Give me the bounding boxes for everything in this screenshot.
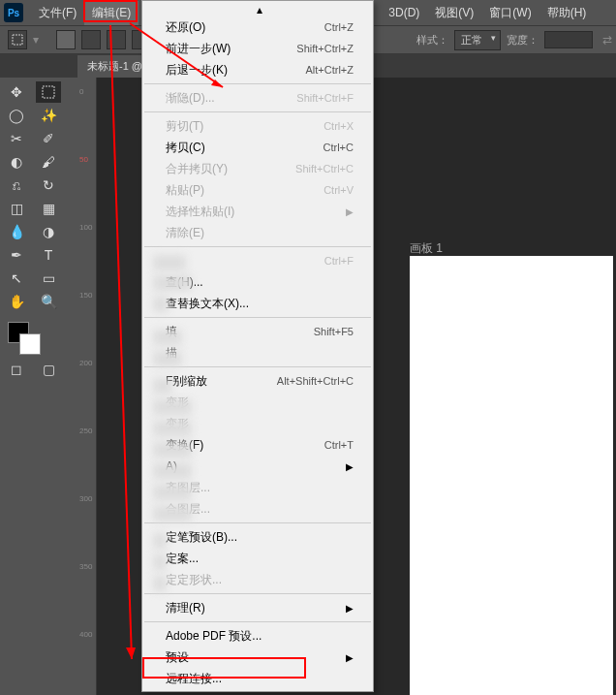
move-tool[interactable]: ✥ (4, 81, 29, 103)
menu-item-label: 后退一步(K) (166, 62, 228, 79)
menu-scroll-up-icon[interactable]: ▴ (142, 3, 373, 16)
menu-item-34[interactable]: Adobe PDF 预设... (142, 625, 373, 647)
screenmode-tool[interactable]: ▢ (36, 359, 61, 380)
menu-item-label: 粘贴(P) (166, 182, 204, 199)
menu-item-32[interactable]: 清理(R)▶ (142, 597, 373, 618)
menu-item-30: 定定形状... (142, 569, 373, 590)
brush-tool[interactable]: 🖌 (36, 151, 61, 173)
dodge-tool[interactable]: ◑ (36, 221, 61, 242)
menu-item-label: 清除(E) (166, 225, 204, 241)
width-input[interactable] (544, 31, 593, 48)
path-tool[interactable]: ↖ (4, 268, 29, 289)
quickmask-tool[interactable]: ◻ (4, 359, 29, 380)
submenu-arrow-icon: ▶ (346, 206, 354, 217)
menu-shortcut: Shift+F5 (314, 326, 354, 337)
style-dropdown[interactable]: 正常 ▾ (454, 30, 501, 50)
menu-item-28[interactable]: 定笔预设(B)... (142, 526, 373, 548)
submenu-arrow-icon: ▶ (346, 652, 354, 663)
menu-item-11: 清除(E) (142, 222, 373, 243)
width-label: 宽度： (507, 33, 539, 47)
submenu-arrow-icon: ▶ (346, 461, 354, 472)
menu-item-label: Adobe PDF 预设... (166, 628, 262, 645)
menu-separator (144, 366, 371, 367)
menu-shortcut: Alt+Shift+Ctrl+C (277, 375, 354, 387)
menu-item-label: 查替换文本(X)... (166, 296, 249, 312)
menu-item-label: 前进一步(W) (166, 41, 231, 57)
crop-tool[interactable]: ✂ (4, 128, 29, 149)
blur-tool[interactable]: 💧 (4, 221, 29, 242)
menu-separator (144, 621, 371, 622)
menu-shortcut: Shift+Ctrl+F (296, 92, 354, 104)
style-label: 样式： (416, 33, 448, 47)
menu-separator (144, 317, 371, 318)
menu-item-29[interactable]: 定案... (142, 548, 373, 569)
healing-tool[interactable]: ◐ (4, 151, 29, 173)
menu-item-20[interactable]: F别缩放Alt+Shift+Ctrl+C (142, 370, 373, 392)
menu-item-35[interactable]: 预设▶ (142, 647, 373, 668)
menu-item-15[interactable]: 查替换文本(X)... (142, 293, 373, 314)
pen-tool[interactable]: ✒ (4, 244, 29, 266)
zoom-tool[interactable]: 🔍 (36, 291, 61, 312)
hand-tool[interactable]: ✋ (4, 291, 29, 312)
background-color[interactable] (19, 333, 41, 355)
submenu-arrow-icon: ▶ (346, 603, 354, 614)
menu-window[interactable]: 窗口(W) (481, 1, 539, 25)
artboard-label: 画板 1 (410, 240, 443, 257)
menu-separator (144, 83, 371, 84)
artboard[interactable] (410, 256, 613, 695)
menu-item-6: 剪切(T)Ctrl+X (142, 115, 373, 137)
menu-shortcut: Alt+Ctrl+Z (305, 64, 354, 76)
menu-item-label: 定笔预设(B)... (166, 529, 237, 546)
menu-item-label: 渐隐(D)... (166, 90, 215, 107)
menu-item-label: 选择性粘贴(I) (166, 204, 234, 220)
shape-tool[interactable]: ▭ (36, 268, 61, 289)
eyedropper-tool[interactable]: ✐ (36, 128, 61, 149)
selection-add-icon[interactable] (81, 30, 101, 49)
history-brush-tool[interactable]: ↻ (36, 174, 61, 196)
selection-subtract-icon[interactable] (107, 30, 126, 49)
selection-new-icon[interactable] (56, 30, 76, 49)
menu-view[interactable]: 视图(V) (427, 1, 481, 25)
menu-shortcut: Shift+Ctrl+Z (296, 43, 354, 54)
type-tool[interactable]: T (36, 244, 61, 266)
magic-wand-tool[interactable]: ✨ (36, 105, 61, 126)
menu-item-label: 远程连接... (166, 671, 222, 687)
marquee-preset-icon[interactable] (8, 30, 27, 49)
menu-item-0[interactable]: 还原(O)Ctrl+Z (142, 16, 373, 38)
menu-item-8: 合并拷贝(Y)Shift+Ctrl+C (142, 158, 373, 179)
menu-item-9: 粘贴(P)Ctrl+V (142, 179, 373, 201)
menu-item-label: 拷贝(C) (166, 140, 205, 156)
gradient-tool[interactable]: ▦ (36, 198, 61, 219)
menu-separator (144, 111, 371, 112)
menu-3d[interactable]: 3D(D) (381, 2, 427, 23)
menu-separator (144, 246, 371, 247)
eraser-tool[interactable]: ◫ (4, 198, 29, 219)
stamp-tool[interactable]: ⎌ (4, 174, 29, 196)
menu-item-label: 合并拷贝(Y) (166, 161, 228, 177)
menu-item-label: 清理(R) (166, 600, 205, 616)
menu-item-1[interactable]: 前进一步(W)Shift+Ctrl+Z (142, 38, 373, 59)
menu-shortcut: Ctrl+T (324, 439, 354, 451)
svg-rect-0 (13, 35, 22, 45)
menu-help[interactable]: 帮助(H) (539, 1, 595, 25)
menu-shortcut: Shift+Ctrl+C (295, 163, 354, 174)
tools-panel: ✥ ◯ ✨ ✂ ✐ ◐ 🖌 ⎌ ↻ ◫ ▦ 💧 ◑ ✒ T ↖ ▭ ✋ 🔍 ◻ … (0, 78, 70, 384)
menu-shortcut: Ctrl+Z (324, 21, 354, 33)
menu-item-36[interactable]: 远程连接... (142, 668, 373, 689)
marquee-tool[interactable] (36, 81, 61, 103)
menu-item-2[interactable]: 后退一步(K)Alt+Ctrl+Z (142, 59, 373, 80)
ps-logo: Ps (4, 3, 23, 22)
menu-item-label: 还原(O) (166, 19, 205, 36)
menu-item-4: 渐隐(D)...Shift+Ctrl+F (142, 87, 373, 109)
menu-item-10: 选择性粘贴(I)▶ (142, 201, 373, 222)
menu-edit[interactable]: 编辑(E) (84, 1, 139, 25)
menu-separator (144, 522, 371, 523)
menu-item-7[interactable]: 拷贝(C)Ctrl+C (142, 137, 373, 158)
menu-separator (144, 593, 371, 594)
menu-item-label: 剪切(T) (166, 118, 203, 135)
menu-shortcut: Ctrl+F (324, 255, 354, 267)
lasso-tool[interactable]: ◯ (4, 105, 29, 126)
menu-shortcut: Ctrl+V (323, 184, 354, 196)
menu-shortcut: Ctrl+X (323, 120, 354, 132)
menu-file[interactable]: 文件(F) (31, 1, 84, 25)
